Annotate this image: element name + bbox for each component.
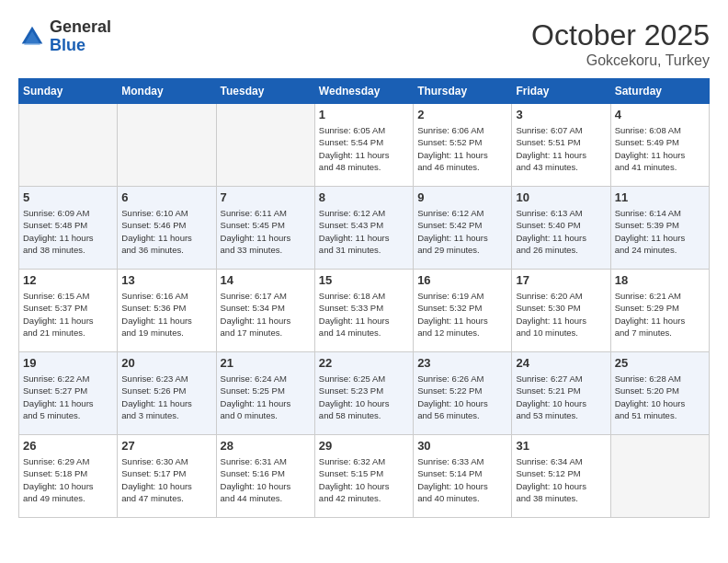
day-number: 29	[319, 439, 409, 453]
day-cell	[118, 104, 216, 187]
day-info: Sunrise: 6:22 AM Sunset: 5:27 PM Dayligh…	[23, 373, 113, 421]
day-cell: 1Sunrise: 6:05 AM Sunset: 5:54 PM Daylig…	[314, 104, 413, 187]
day-info: Sunrise: 6:14 AM Sunset: 5:39 PM Dayligh…	[615, 207, 705, 256]
day-number: 26	[23, 439, 113, 453]
day-number: 6	[121, 190, 211, 204]
day-cell: 22Sunrise: 6:25 AM Sunset: 5:23 PM Dayli…	[314, 352, 413, 435]
day-cell: 15Sunrise: 6:18 AM Sunset: 5:33 PM Dayli…	[314, 270, 413, 352]
logo-general: General	[50, 18, 111, 37]
day-info: Sunrise: 6:29 AM Sunset: 5:18 PM Dayligh…	[23, 455, 113, 504]
day-cell: 27Sunrise: 6:30 AM Sunset: 5:17 PM Dayli…	[118, 435, 216, 518]
day-number: 14	[221, 273, 311, 287]
day-info: Sunrise: 6:20 AM Sunset: 5:30 PM Dayligh…	[516, 290, 606, 339]
week-row-2: 5Sunrise: 6:09 AM Sunset: 5:48 PM Daylig…	[19, 187, 710, 270]
day-info: Sunrise: 6:27 AM Sunset: 5:21 PM Dayligh…	[516, 373, 606, 421]
day-number: 27	[121, 439, 211, 453]
day-number: 11	[615, 190, 705, 204]
day-header-thursday: Thursday	[414, 79, 512, 104]
day-cell: 24Sunrise: 6:27 AM Sunset: 5:21 PM Dayli…	[512, 352, 610, 435]
day-info: Sunrise: 6:09 AM Sunset: 5:48 PM Dayligh…	[23, 207, 113, 256]
calendar-header: SundayMondayTuesdayWednesdayThursdayFrid…	[19, 79, 710, 104]
day-cell: 8Sunrise: 6:12 AM Sunset: 5:43 PM Daylig…	[314, 187, 413, 270]
day-cell	[19, 104, 118, 187]
day-number: 4	[615, 108, 705, 121]
day-number: 25	[615, 356, 705, 370]
day-number: 15	[319, 273, 409, 287]
day-cell: 23Sunrise: 6:26 AM Sunset: 5:22 PM Dayli…	[414, 352, 512, 435]
title-area: October 2025 Gokcekoru, Turkey	[531, 18, 710, 69]
day-cell: 18Sunrise: 6:21 AM Sunset: 5:29 PM Dayli…	[610, 270, 709, 352]
day-number: 30	[417, 439, 507, 453]
day-cell	[610, 435, 709, 518]
day-cell: 28Sunrise: 6:31 AM Sunset: 5:16 PM Dayli…	[216, 435, 314, 518]
day-number: 3	[516, 108, 606, 121]
day-number: 16	[417, 273, 507, 287]
day-cell: 5Sunrise: 6:09 AM Sunset: 5:48 PM Daylig…	[19, 187, 118, 270]
day-cell: 31Sunrise: 6:34 AM Sunset: 5:12 PM Dayli…	[512, 435, 610, 518]
calendar-body: 1Sunrise: 6:05 AM Sunset: 5:54 PM Daylig…	[19, 104, 710, 518]
day-number: 24	[516, 356, 606, 370]
day-number: 31	[516, 439, 606, 453]
day-number: 19	[23, 356, 113, 370]
day-info: Sunrise: 6:34 AM Sunset: 5:12 PM Dayligh…	[516, 455, 606, 504]
day-info: Sunrise: 6:07 AM Sunset: 5:51 PM Dayligh…	[516, 124, 606, 173]
day-cell	[216, 104, 314, 187]
day-info: Sunrise: 6:28 AM Sunset: 5:20 PM Dayligh…	[615, 373, 705, 421]
day-cell: 9Sunrise: 6:12 AM Sunset: 5:42 PM Daylig…	[414, 187, 512, 270]
day-info: Sunrise: 6:24 AM Sunset: 5:25 PM Dayligh…	[221, 373, 311, 421]
logo-text: General Blue	[50, 18, 111, 55]
day-number: 5	[23, 190, 113, 204]
day-number: 20	[121, 356, 211, 370]
header: General Blue October 2025 Gokcekoru, Tur…	[18, 18, 710, 69]
day-cell: 16Sunrise: 6:19 AM Sunset: 5:32 PM Dayli…	[414, 270, 512, 352]
day-cell: 3Sunrise: 6:07 AM Sunset: 5:51 PM Daylig…	[512, 104, 610, 187]
day-info: Sunrise: 6:12 AM Sunset: 5:42 PM Dayligh…	[417, 207, 507, 256]
day-info: Sunrise: 6:18 AM Sunset: 5:33 PM Dayligh…	[319, 290, 409, 339]
day-info: Sunrise: 6:11 AM Sunset: 5:45 PM Dayligh…	[221, 207, 311, 256]
day-cell: 7Sunrise: 6:11 AM Sunset: 5:45 PM Daylig…	[216, 187, 314, 270]
day-number: 7	[221, 190, 311, 204]
month-title: October 2025	[531, 18, 710, 52]
day-header-friday: Friday	[512, 79, 610, 104]
day-info: Sunrise: 6:19 AM Sunset: 5:32 PM Dayligh…	[417, 290, 507, 339]
day-cell: 25Sunrise: 6:28 AM Sunset: 5:20 PM Dayli…	[610, 352, 709, 435]
day-info: Sunrise: 6:32 AM Sunset: 5:15 PM Dayligh…	[319, 455, 409, 504]
day-info: Sunrise: 6:25 AM Sunset: 5:23 PM Dayligh…	[319, 373, 409, 421]
day-cell: 4Sunrise: 6:08 AM Sunset: 5:49 PM Daylig…	[610, 104, 709, 187]
day-cell: 30Sunrise: 6:33 AM Sunset: 5:14 PM Dayli…	[414, 435, 512, 518]
day-info: Sunrise: 6:31 AM Sunset: 5:16 PM Dayligh…	[221, 455, 311, 504]
day-info: Sunrise: 6:16 AM Sunset: 5:36 PM Dayligh…	[121, 290, 211, 339]
day-cell: 2Sunrise: 6:06 AM Sunset: 5:52 PM Daylig…	[414, 104, 512, 187]
day-number: 21	[221, 356, 311, 370]
header-row: SundayMondayTuesdayWednesdayThursdayFrid…	[19, 79, 710, 104]
day-info: Sunrise: 6:33 AM Sunset: 5:14 PM Dayligh…	[417, 455, 507, 504]
day-cell: 17Sunrise: 6:20 AM Sunset: 5:30 PM Dayli…	[512, 270, 610, 352]
week-row-4: 19Sunrise: 6:22 AM Sunset: 5:27 PM Dayli…	[19, 352, 710, 435]
calendar: SundayMondayTuesdayWednesdayThursdayFrid…	[18, 78, 710, 518]
day-number: 22	[319, 356, 409, 370]
day-number: 8	[319, 190, 409, 204]
day-cell: 20Sunrise: 6:23 AM Sunset: 5:26 PM Dayli…	[118, 352, 216, 435]
day-header-wednesday: Wednesday	[314, 79, 413, 104]
day-info: Sunrise: 6:06 AM Sunset: 5:52 PM Dayligh…	[417, 124, 507, 173]
week-row-3: 12Sunrise: 6:15 AM Sunset: 5:37 PM Dayli…	[19, 270, 710, 352]
day-header-tuesday: Tuesday	[216, 79, 314, 104]
subtitle: Gokcekoru, Turkey	[531, 52, 710, 69]
day-info: Sunrise: 6:17 AM Sunset: 5:34 PM Dayligh…	[221, 290, 311, 339]
day-number: 10	[516, 190, 606, 204]
logo-blue: Blue	[50, 37, 111, 55]
day-info: Sunrise: 6:26 AM Sunset: 5:22 PM Dayligh…	[417, 373, 507, 421]
day-cell: 19Sunrise: 6:22 AM Sunset: 5:27 PM Dayli…	[19, 352, 118, 435]
logo-icon	[18, 23, 46, 51]
day-cell: 13Sunrise: 6:16 AM Sunset: 5:36 PM Dayli…	[118, 270, 216, 352]
day-number: 13	[121, 273, 211, 287]
day-info: Sunrise: 6:12 AM Sunset: 5:43 PM Dayligh…	[319, 207, 409, 256]
day-info: Sunrise: 6:13 AM Sunset: 5:40 PM Dayligh…	[516, 207, 606, 256]
day-info: Sunrise: 6:23 AM Sunset: 5:26 PM Dayligh…	[121, 373, 211, 421]
day-cell: 26Sunrise: 6:29 AM Sunset: 5:18 PM Dayli…	[19, 435, 118, 518]
day-cell: 11Sunrise: 6:14 AM Sunset: 5:39 PM Dayli…	[610, 187, 709, 270]
day-number: 17	[516, 273, 606, 287]
day-header-sunday: Sunday	[19, 79, 118, 104]
day-cell: 10Sunrise: 6:13 AM Sunset: 5:40 PM Dayli…	[512, 187, 610, 270]
day-cell: 21Sunrise: 6:24 AM Sunset: 5:25 PM Dayli…	[216, 352, 314, 435]
